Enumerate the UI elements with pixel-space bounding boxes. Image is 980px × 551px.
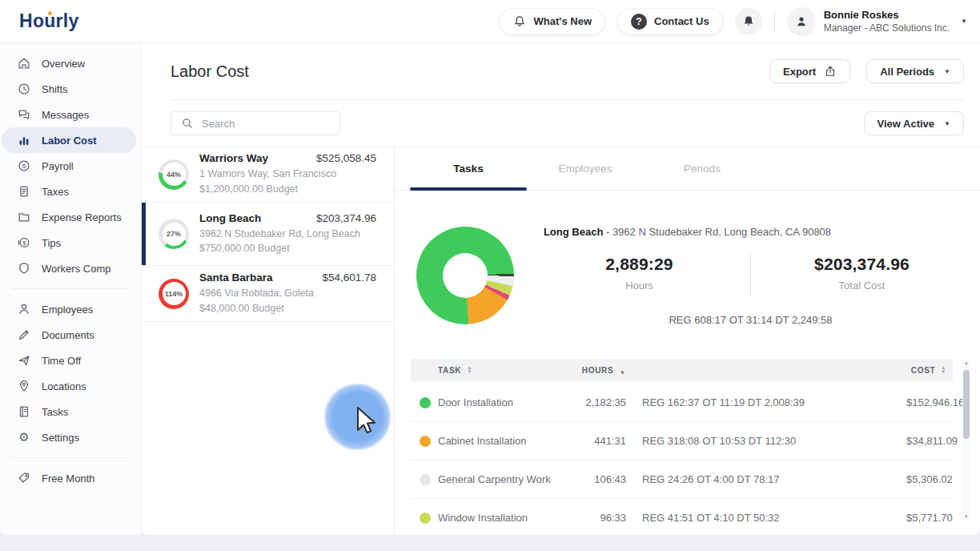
task-hours: 441:31 [594,435,626,447]
hours-stat: 2,889:29 Hours [528,253,750,296]
table-row[interactable]: Door Installation 2,182:35 REG 162:37 OT… [411,384,953,422]
table-row[interactable]: General Carpentry Work 106:43 REG 24:26 … [411,461,953,499]
notifications-button[interactable] [735,8,762,35]
search-box[interactable] [171,111,340,135]
hours-label: Hours [528,280,750,292]
task-cost: $5,771.70 [906,512,959,524]
sidebar-item-workers-comp[interactable]: Workers Comp [0,255,141,281]
column-header-task[interactable]: TASK ▲ ▼ [438,366,586,375]
bell-icon [512,14,527,29]
task-color-dot [420,474,431,485]
budget-percent: 114% [163,282,186,305]
sidebar-item-expense-reports[interactable]: Expense Reports [0,204,141,230]
sidebar: Overview Shifts Messages Labor Cost $ Pa… [0,43,142,535]
sidebar-item-shifts[interactable]: Shifts [0,76,141,102]
tasks-donut [416,227,514,324]
sidebar-item-free-month[interactable]: Free Month [0,465,141,491]
task-name: Cabinet Installation [438,435,586,447]
person-outline-icon [17,302,31,316]
task-color-dot [420,436,431,447]
sidebar-item-time-off[interactable]: Time Off [0,348,141,373]
person-icon [794,14,809,29]
sidebar-item-documents[interactable]: Documents [0,322,141,348]
table-row[interactable]: Cabinet Installation 441:31 REG 318:08 O… [411,422,953,461]
sidebar-item-tips[interactable]: $ Tips [0,230,141,255]
gear-icon: ⚙ [17,430,31,444]
column-header-hours[interactable]: HOURS ▼ [582,366,626,375]
summary-stats: 2,889:29 Hours $203,374.96 Total Cost [528,253,973,296]
sidebar-item-locations[interactable]: Locations [0,373,141,399]
budget-progress-ring: 44% [159,159,189,190]
location-heading: Long Beach - 3962 N Studebaker Rd, Long … [395,226,980,238]
hours-breakdown: REG 608:17 OT 31:14 DT 2,249:58 [528,314,973,326]
task-color-dot [420,513,431,524]
topbar: Hourly What's New ? Contact Us [0,0,980,43]
table-scrollbar[interactable]: ▲ ▼ [962,359,970,521]
app-logo[interactable]: Hourly [19,10,79,32]
sidebar-item-messages[interactable]: Messages [0,102,141,127]
dollar-circle-icon: $ [17,159,31,173]
task-cost: $5,306.02 [906,473,959,485]
task-name: General Carpentry Work [438,473,586,485]
task-hours-breakdown: REG 162:37 OT 11:19 DT 2,008:39 [642,396,906,408]
location-cost: $203,374.96 [316,212,376,224]
export-button[interactable]: Export [769,59,850,83]
scrollbar-thumb[interactable] [963,370,970,439]
column-header-cost[interactable]: COST ▲ ▼ [911,366,953,375]
tab-tasks[interactable]: Tasks [410,147,527,190]
sidebar-item-overview[interactable]: Overview [0,50,141,76]
location-budget: $750,000.00 Budget [199,241,376,255]
table-header: TASK ▲ ▼ HOURS ▼ COST [411,359,953,381]
search-input[interactable] [202,118,330,130]
location-budget: $48,000.00 Budget [199,301,376,316]
chevron-down-icon[interactable]: ▼ [961,18,967,25]
location-cost: $54,601.78 [322,271,376,284]
location-name: Santa Barbara [199,271,273,284]
logo-dot-icon [48,11,52,15]
contact-us-button[interactable]: ? Contact Us [617,8,723,35]
period-filter-dropdown[interactable]: All Periods ▼ [866,59,964,83]
user-name: Bonnie Roskes [824,9,950,21]
location-budget: $1,200,000.00 Budget [199,182,376,196]
sort-icon[interactable]: ▲ ▼ [467,366,472,374]
location-card-warriors-way[interactable]: 44% Warriors Way $525,058.45 1 Warriors … [142,147,394,203]
user-info: Bonnie Roskes Manager - ABC Solutions In… [824,9,950,34]
sidebar-item-labor-cost[interactable]: Labor Cost [2,127,136,153]
sidebar-item-settings[interactable]: ⚙ Settings [0,424,141,450]
sidebar-divider [11,288,130,289]
tag-icon [17,471,31,485]
topbar-actions: What's New ? Contact Us [499,7,967,36]
total-cost-value: $203,374.96 [751,255,973,274]
document-icon [17,184,31,199]
location-heading-name: Long Beach [544,226,603,238]
location-card-santa-barbara[interactable]: 114% Santa Barbara $54,601.78 4966 Via R… [142,266,394,322]
app-root: Hourly What's New ? Contact Us [0,0,980,551]
sidebar-item-employees[interactable]: Employees [0,296,141,322]
whats-new-label: What's New [534,15,592,27]
scroll-down-icon[interactable]: ▼ [962,514,970,519]
question-icon: ? [631,14,647,30]
sidebar-item-payroll[interactable]: $ Payroll [0,153,141,179]
table-row[interactable]: Window Installation 96:33 REG 41:51 OT 4… [411,499,953,535]
sort-icon[interactable]: ▲ ▼ [941,366,946,374]
scroll-up-icon[interactable]: ▲ [962,360,970,365]
export-icon [824,65,837,78]
contact-us-label: Contact Us [654,15,709,27]
sidebar-item-taxes[interactable]: Taxes [0,179,141,204]
budget-progress-ring: 114% [159,279,189,309]
header-actions: Export All Periods ▼ [769,59,964,83]
task-hours: 2,182:35 [585,396,626,408]
hours-value: 2,889:29 [528,255,750,274]
view-filter-dropdown[interactable]: View Active ▼ [864,111,964,135]
user-menu[interactable]: Bonnie Roskes Manager - ABC Solutions In… [787,7,967,36]
chevron-down-icon: ▼ [944,68,950,75]
location-address: 4966 Via Roblada, Goleta [199,286,376,300]
tab-employees[interactable]: Employees [527,147,644,190]
whats-new-button[interactable]: What's New [499,8,605,35]
location-address: 3962 N Studebaker Rd, Long Beach [199,227,376,241]
task-cost: $152,946.16 [906,396,970,408]
tab-periods[interactable]: Periods [644,147,761,190]
location-card-long-beach[interactable]: 27% Long Beach $203,374.96 3962 N Studeb… [142,203,394,266]
sort-desc-icon[interactable]: ▼ [619,369,626,376]
sidebar-item-tasks[interactable]: Tasks [0,399,141,424]
